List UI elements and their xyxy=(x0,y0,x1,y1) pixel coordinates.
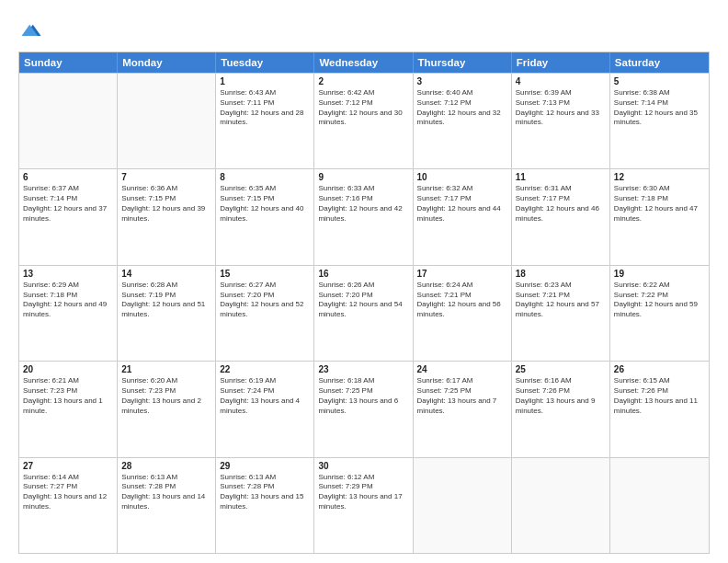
day-info: Sunrise: 6:31 AM Sunset: 7:17 PM Dayligh… xyxy=(516,184,606,224)
day-info: Sunrise: 6:43 AM Sunset: 7:11 PM Dayligh… xyxy=(220,88,310,128)
day-number: 29 xyxy=(220,461,310,471)
cal-cell-empty xyxy=(610,458,709,553)
cal-cell-16: 16Sunrise: 6:26 AM Sunset: 7:20 PM Dayli… xyxy=(314,266,413,361)
day-number: 17 xyxy=(417,269,507,279)
day-info: Sunrise: 6:30 AM Sunset: 7:18 PM Dayligh… xyxy=(614,184,705,224)
day-info: Sunrise: 6:19 AM Sunset: 7:24 PM Dayligh… xyxy=(220,376,310,416)
day-info: Sunrise: 6:39 AM Sunset: 7:13 PM Dayligh… xyxy=(516,88,606,128)
calendar-header-row: SundayMondayTuesdayWednesdayThursdayFrid… xyxy=(19,52,709,73)
day-number: 19 xyxy=(614,269,705,279)
cal-week-4: 20Sunrise: 6:21 AM Sunset: 7:23 PM Dayli… xyxy=(19,361,709,456)
cal-cell-29: 29Sunrise: 6:13 AM Sunset: 7:28 PM Dayli… xyxy=(216,458,314,553)
cal-week-3: 13Sunrise: 6:29 AM Sunset: 7:18 PM Dayli… xyxy=(19,265,709,361)
day-info: Sunrise: 6:33 AM Sunset: 7:16 PM Dayligh… xyxy=(318,184,408,224)
logo xyxy=(18,17,48,42)
cal-cell-30: 30Sunrise: 6:12 AM Sunset: 7:29 PM Dayli… xyxy=(314,458,413,553)
cal-cell-20: 20Sunrise: 6:21 AM Sunset: 7:23 PM Dayli… xyxy=(19,362,118,456)
day-number: 6 xyxy=(23,172,113,182)
day-number: 26 xyxy=(614,364,705,374)
day-info: Sunrise: 6:35 AM Sunset: 7:15 PM Dayligh… xyxy=(220,184,310,224)
cal-cell-empty xyxy=(414,458,512,553)
day-number: 24 xyxy=(417,364,507,374)
day-info: Sunrise: 6:24 AM Sunset: 7:21 PM Dayligh… xyxy=(417,281,507,320)
cal-cell-empty xyxy=(118,74,216,168)
day-number: 23 xyxy=(318,364,408,374)
cal-cell-7: 7Sunrise: 6:36 AM Sunset: 7:15 PM Daylig… xyxy=(118,169,216,264)
day-number: 27 xyxy=(23,461,113,471)
cal-cell-9: 9Sunrise: 6:33 AM Sunset: 7:16 PM Daylig… xyxy=(314,169,413,264)
day-info: Sunrise: 6:12 AM Sunset: 7:29 PM Dayligh… xyxy=(318,473,408,512)
day-number: 16 xyxy=(318,269,408,279)
day-number: 5 xyxy=(614,76,705,86)
cal-cell-11: 11Sunrise: 6:31 AM Sunset: 7:17 PM Dayli… xyxy=(512,169,610,264)
day-info: Sunrise: 6:42 AM Sunset: 7:12 PM Dayligh… xyxy=(318,88,408,128)
day-info: Sunrise: 6:27 AM Sunset: 7:20 PM Dayligh… xyxy=(220,281,310,320)
day-number: 30 xyxy=(318,461,408,471)
cal-cell-19: 19Sunrise: 6:22 AM Sunset: 7:22 PM Dayli… xyxy=(610,266,709,361)
day-header-tuesday: Tuesday xyxy=(216,52,314,73)
cal-cell-6: 6Sunrise: 6:37 AM Sunset: 7:14 PM Daylig… xyxy=(19,169,118,264)
calendar-body: 1Sunrise: 6:43 AM Sunset: 7:11 PM Daylig… xyxy=(19,73,709,553)
cal-cell-8: 8Sunrise: 6:35 AM Sunset: 7:15 PM Daylig… xyxy=(216,169,314,264)
day-number: 2 xyxy=(318,76,408,86)
cal-cell-22: 22Sunrise: 6:19 AM Sunset: 7:24 PM Dayli… xyxy=(216,362,314,456)
cal-cell-12: 12Sunrise: 6:30 AM Sunset: 7:18 PM Dayli… xyxy=(610,169,709,264)
cal-cell-empty xyxy=(512,458,610,553)
cal-cell-2: 2Sunrise: 6:42 AM Sunset: 7:12 PM Daylig… xyxy=(314,74,413,168)
cal-cell-24: 24Sunrise: 6:17 AM Sunset: 7:25 PM Dayli… xyxy=(414,362,512,456)
day-header-monday: Monday xyxy=(118,52,216,73)
day-number: 21 xyxy=(121,364,211,374)
day-header-friday: Friday xyxy=(512,52,610,73)
day-number: 20 xyxy=(23,364,113,374)
day-number: 14 xyxy=(121,269,211,279)
day-info: Sunrise: 6:36 AM Sunset: 7:15 PM Dayligh… xyxy=(121,184,211,224)
day-info: Sunrise: 6:28 AM Sunset: 7:19 PM Dayligh… xyxy=(121,281,211,320)
day-header-sunday: Sunday xyxy=(19,52,118,73)
day-number: 10 xyxy=(417,172,507,182)
day-number: 28 xyxy=(121,461,211,471)
cal-cell-13: 13Sunrise: 6:29 AM Sunset: 7:18 PM Dayli… xyxy=(19,266,118,361)
day-header-thursday: Thursday xyxy=(414,52,512,73)
day-number: 15 xyxy=(220,269,310,279)
day-number: 25 xyxy=(516,364,606,374)
cal-cell-27: 27Sunrise: 6:14 AM Sunset: 7:27 PM Dayli… xyxy=(19,458,118,553)
day-header-saturday: Saturday xyxy=(610,52,709,73)
day-info: Sunrise: 6:38 AM Sunset: 7:14 PM Dayligh… xyxy=(614,88,705,128)
cal-cell-1: 1Sunrise: 6:43 AM Sunset: 7:11 PM Daylig… xyxy=(216,74,314,168)
cal-cell-23: 23Sunrise: 6:18 AM Sunset: 7:25 PM Dayli… xyxy=(314,362,413,456)
day-info: Sunrise: 6:23 AM Sunset: 7:21 PM Dayligh… xyxy=(516,281,606,320)
day-number: 12 xyxy=(614,172,705,182)
cal-cell-18: 18Sunrise: 6:23 AM Sunset: 7:21 PM Dayli… xyxy=(512,266,610,361)
day-info: Sunrise: 6:15 AM Sunset: 7:26 PM Dayligh… xyxy=(614,376,705,416)
cal-week-2: 6Sunrise: 6:37 AM Sunset: 7:14 PM Daylig… xyxy=(19,168,709,264)
cal-cell-17: 17Sunrise: 6:24 AM Sunset: 7:21 PM Dayli… xyxy=(414,266,512,361)
day-info: Sunrise: 6:13 AM Sunset: 7:28 PM Dayligh… xyxy=(220,473,310,512)
day-info: Sunrise: 6:22 AM Sunset: 7:22 PM Dayligh… xyxy=(614,281,705,320)
cal-week-1: 1Sunrise: 6:43 AM Sunset: 7:11 PM Daylig… xyxy=(19,73,709,168)
cal-cell-21: 21Sunrise: 6:20 AM Sunset: 7:23 PM Dayli… xyxy=(118,362,216,456)
calendar: SundayMondayTuesdayWednesdayThursdayFrid… xyxy=(18,52,710,554)
day-info: Sunrise: 6:29 AM Sunset: 7:18 PM Dayligh… xyxy=(23,281,113,320)
day-info: Sunrise: 6:14 AM Sunset: 7:27 PM Dayligh… xyxy=(23,473,113,512)
cal-cell-15: 15Sunrise: 6:27 AM Sunset: 7:20 PM Dayli… xyxy=(216,266,314,361)
cal-cell-5: 5Sunrise: 6:38 AM Sunset: 7:14 PM Daylig… xyxy=(610,74,709,168)
cal-cell-10: 10Sunrise: 6:32 AM Sunset: 7:17 PM Dayli… xyxy=(414,169,512,264)
day-info: Sunrise: 6:16 AM Sunset: 7:26 PM Dayligh… xyxy=(516,376,606,416)
cal-cell-26: 26Sunrise: 6:15 AM Sunset: 7:26 PM Dayli… xyxy=(610,362,709,456)
cal-cell-28: 28Sunrise: 6:13 AM Sunset: 7:28 PM Dayli… xyxy=(118,458,216,553)
cal-cell-3: 3Sunrise: 6:40 AM Sunset: 7:12 PM Daylig… xyxy=(414,74,512,168)
logo-icon xyxy=(18,17,44,42)
day-number: 3 xyxy=(417,76,507,86)
day-number: 18 xyxy=(516,269,606,279)
day-number: 1 xyxy=(220,76,310,86)
day-number: 13 xyxy=(23,269,113,279)
day-number: 22 xyxy=(220,364,310,374)
day-info: Sunrise: 6:13 AM Sunset: 7:28 PM Dayligh… xyxy=(121,473,211,512)
cal-cell-25: 25Sunrise: 6:16 AM Sunset: 7:26 PM Dayli… xyxy=(512,362,610,456)
day-info: Sunrise: 6:32 AM Sunset: 7:17 PM Dayligh… xyxy=(417,184,507,224)
cal-week-5: 27Sunrise: 6:14 AM Sunset: 7:27 PM Dayli… xyxy=(19,457,709,553)
day-info: Sunrise: 6:40 AM Sunset: 7:12 PM Dayligh… xyxy=(417,88,507,128)
cal-cell-empty xyxy=(19,74,118,168)
day-header-wednesday: Wednesday xyxy=(314,52,413,73)
page-header xyxy=(18,17,710,42)
